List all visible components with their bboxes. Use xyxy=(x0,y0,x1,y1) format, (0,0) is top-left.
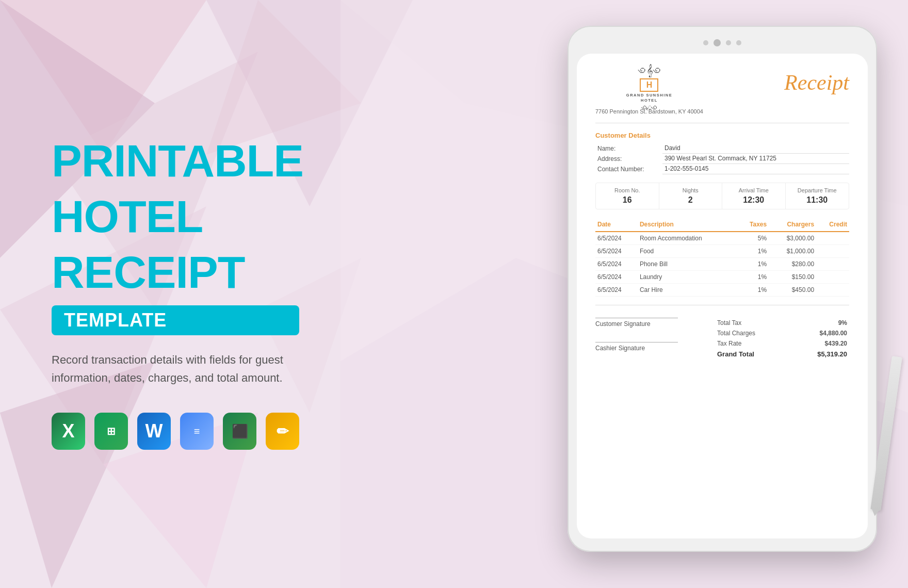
totals-table-section: Total Tax 9% Total Charges $4,880.00 Tax… xyxy=(715,318,849,360)
charge-credit xyxy=(816,258,849,271)
col-credit: Credit xyxy=(816,218,849,232)
totals-section: Customer Signature Cashier Signature Tot… xyxy=(595,318,849,366)
stay-info-grid: Room No. 16 Nights 2 Arrival Time 12:30 … xyxy=(595,183,849,209)
charge-amount: $450.00 xyxy=(769,284,816,297)
charge-tax: 5% xyxy=(737,232,769,245)
table-row: 6/5/2024 Phone Bill 1% $280.00 xyxy=(595,258,849,271)
charge-amount: $150.00 xyxy=(769,271,816,284)
nights-value: 2 xyxy=(666,195,716,205)
arrival-value: 12:30 xyxy=(728,195,779,205)
charge-credit xyxy=(816,271,849,284)
receipt-header: ꩜𝄞꩜ H GRAND SUNSHINE HOTEL ꩜ꩻ꩜ 7760 Penn… xyxy=(595,70,849,115)
sheets-icon: ⊞ xyxy=(94,413,128,450)
charge-desc: Car Hire xyxy=(638,284,737,297)
title-line2: HOTEL xyxy=(52,194,299,239)
cashier-sig-line xyxy=(595,342,678,342)
nights-cell: Nights 2 xyxy=(659,183,723,209)
arrival-cell: Arrival Time 12:30 xyxy=(722,183,786,209)
cashier-signature-block: Cashier Signature xyxy=(595,342,715,352)
hotel-name: GRAND SUNSHINE HOTEL xyxy=(626,93,672,103)
excel-icon: X xyxy=(52,413,85,450)
charge-credit xyxy=(816,232,849,245)
charge-date: 6/5/2024 xyxy=(595,258,638,271)
total-charges-label: Total Charges xyxy=(715,328,789,338)
hotel-logo: ꩜𝄞꩜ H GRAND SUNSHINE HOTEL ꩜ꩻ꩜ 7760 Penn… xyxy=(595,70,703,115)
departure-label: Departure Time xyxy=(792,187,843,193)
total-tax-value: 9% xyxy=(789,318,849,328)
title-line1: PRINTABLE xyxy=(52,138,299,184)
tablet-top-bar xyxy=(577,35,868,51)
charge-tax: 1% xyxy=(737,284,769,297)
pages-icon: ✏ xyxy=(266,413,299,450)
customer-contact-row: Contact Number: 1-202-555-0145 xyxy=(595,164,849,174)
arrival-label: Arrival Time xyxy=(728,187,779,193)
customer-section-label: Customer Details xyxy=(595,132,849,139)
charges-table: Date Description Taxes Chargers Credit 6… xyxy=(595,218,849,297)
charge-amount: $280.00 xyxy=(769,258,816,271)
customer-signature-block: Customer Signature xyxy=(595,318,715,328)
grand-total-row: Grand Total $5,319.20 xyxy=(715,349,849,360)
charge-tax: 1% xyxy=(737,271,769,284)
docs-icon: ≡ xyxy=(180,413,214,450)
tablet-dot-2 xyxy=(726,40,731,45)
tablet-screen: ꩜𝄞꩜ H GRAND SUNSHINE HOTEL ꩜ꩻ꩜ 7760 Penn… xyxy=(577,54,868,538)
contact-value: 1-202-555-0145 xyxy=(662,164,849,174)
tax-rate-value: $439.20 xyxy=(789,338,849,349)
description-text: Record transaction details with fields f… xyxy=(52,351,289,387)
charge-amount: $3,000.00 xyxy=(769,232,816,245)
bottom-divider xyxy=(595,305,849,305)
total-charges-row: Total Charges $4,880.00 xyxy=(715,328,849,338)
signature-section: Customer Signature Cashier Signature xyxy=(595,318,715,366)
address-value: 390 West Pearl St. Commack, NY 11725 xyxy=(662,154,849,164)
charge-credit xyxy=(816,245,849,258)
name-value: David xyxy=(662,143,849,154)
main-title: PRINTABLE HOTEL RECEIPT xyxy=(52,138,299,305)
col-chargers: Chargers xyxy=(769,218,816,232)
total-tax-row: Total Tax 9% xyxy=(715,318,849,328)
cashier-sig-label: Cashier Signature xyxy=(595,345,715,352)
col-description: Description xyxy=(638,218,737,232)
charge-date: 6/5/2024 xyxy=(595,245,638,258)
charges-body: 6/5/2024 Room Accommodation 5% $3,000.00… xyxy=(595,232,849,297)
table-row: 6/5/2024 Car Hire 1% $450.00 xyxy=(595,284,849,297)
charge-date: 6/5/2024 xyxy=(595,232,638,245)
total-tax-label: Total Tax xyxy=(715,318,789,328)
total-charges-value: $4,880.00 xyxy=(789,328,849,338)
charge-tax: 1% xyxy=(737,258,769,271)
customer-name-row: Name: David xyxy=(595,143,849,154)
name-label: Name: xyxy=(595,143,662,154)
table-row: 6/5/2024 Food 1% $1,000.00 xyxy=(595,245,849,258)
grand-total-value: $5,319.20 xyxy=(789,349,849,360)
tablet-dot-3 xyxy=(736,40,741,45)
logo-letter: H xyxy=(646,80,653,90)
template-badge: TEMPLATE xyxy=(52,305,299,335)
receipt-title-text: Receipt xyxy=(784,70,849,95)
tablet-camera xyxy=(714,39,721,46)
departure-value: 11:30 xyxy=(792,195,843,205)
customer-sig-line xyxy=(595,318,678,318)
left-panel: PRINTABLE HOTEL RECEIPT TEMPLATE Record … xyxy=(31,0,320,588)
charge-credit xyxy=(816,284,849,297)
customer-sig-label: Customer Signature xyxy=(595,320,715,328)
app-icons-row: X ⊞ W ≡ ⬛ ✏ xyxy=(52,413,299,450)
table-row: 6/5/2024 Laundry 1% $150.00 xyxy=(595,271,849,284)
tablet-dot-1 xyxy=(703,40,708,45)
charge-date: 6/5/2024 xyxy=(595,271,638,284)
charge-desc: Food xyxy=(638,245,737,258)
charges-header-row: Date Description Taxes Chargers Credit xyxy=(595,218,849,232)
charge-desc: Laundry xyxy=(638,271,737,284)
customer-table: Name: David Address: 390 West Pearl St. … xyxy=(595,143,849,174)
totals-data-table: Total Tax 9% Total Charges $4,880.00 Tax… xyxy=(715,318,849,360)
departure-cell: Departure Time 11:30 xyxy=(786,183,849,209)
col-date: Date xyxy=(595,218,638,232)
charge-desc: Phone Bill xyxy=(638,258,737,271)
col-taxes: Taxes xyxy=(737,218,769,232)
contact-label: Contact Number: xyxy=(595,164,662,174)
customer-details-section: Customer Details Name: David Address: 39… xyxy=(595,132,849,174)
tablet-device: ꩜𝄞꩜ H GRAND SUNSHINE HOTEL ꩜ꩻ꩜ 7760 Penn… xyxy=(568,26,887,562)
tax-rate-row: Tax Rate $439.20 xyxy=(715,338,849,349)
tablet-body: ꩜𝄞꩜ H GRAND SUNSHINE HOTEL ꩜ꩻ꩜ 7760 Penn… xyxy=(568,26,877,552)
address-label: Address: xyxy=(595,154,662,164)
room-value: 16 xyxy=(602,195,653,205)
table-row: 6/5/2024 Room Accommodation 5% $3,000.00 xyxy=(595,232,849,245)
